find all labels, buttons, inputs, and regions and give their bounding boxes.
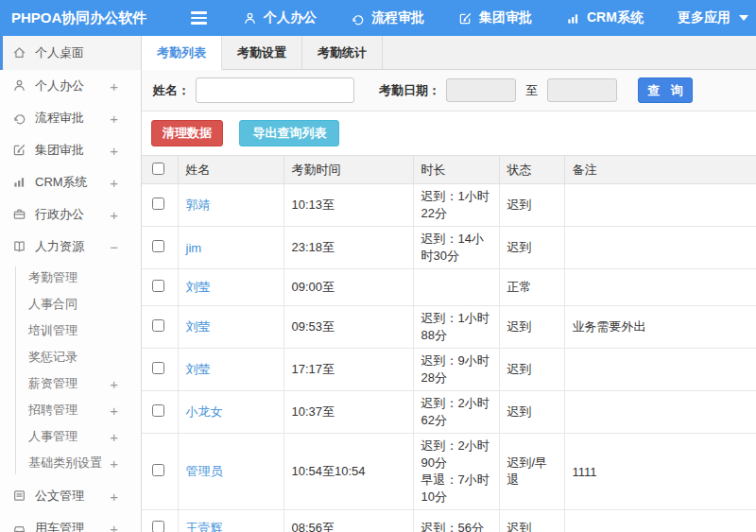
- sidebar-item-label: 个人桌面: [35, 44, 84, 61]
- person-icon: [243, 11, 257, 26]
- row-checkbox[interactable]: [152, 404, 164, 417]
- status-cell: 迟到: [499, 306, 564, 349]
- export-list-button[interactable]: 导出查询列表: [239, 120, 339, 146]
- note-cell: [564, 227, 756, 269]
- book-icon: [12, 239, 27, 254]
- sidebar-subitem-training-management[interactable]: 培训管理: [0, 317, 141, 344]
- sidebar-item-admin-office[interactable]: 行政办公+: [0, 198, 141, 231]
- status-cell: 迟到: [499, 227, 564, 269]
- expand-plus-icon[interactable]: +: [110, 112, 118, 126]
- table-header-row: 姓名考勤时间时长状态备注: [142, 156, 756, 184]
- employee-name-link[interactable]: 管理员: [186, 464, 223, 478]
- tab-attendance-list[interactable]: 考勤列表: [142, 36, 222, 70]
- sidebar-item-label: 集团审批: [35, 142, 84, 159]
- app-title: PHPOA协同办公软件: [0, 9, 151, 27]
- expand-plus-icon[interactable]: +: [110, 403, 118, 418]
- expand-plus-icon[interactable]: +: [110, 456, 118, 471]
- employee-name-link[interactable]: 小龙女: [186, 404, 223, 419]
- tab-attendance-settings[interactable]: 考勤设置: [222, 36, 302, 70]
- flow-icon: [12, 111, 27, 126]
- top-nav-label: 个人办公: [264, 9, 317, 26]
- sidebar-submenu-human-resources: 考勤管理人事合同培训管理奖惩记录薪资管理+招聘管理+人事管理+基础类别设置+: [0, 263, 141, 480]
- employee-name-link[interactable]: jim: [186, 241, 202, 255]
- edit-icon: [12, 143, 27, 158]
- expand-plus-icon[interactable]: +: [110, 176, 118, 190]
- hamburger-menu-icon[interactable]: [191, 11, 207, 25]
- row-checkbox[interactable]: [152, 197, 164, 210]
- sidebar-subitem-label: 人事管理: [28, 428, 77, 445]
- duration-cell: 迟到：14小时30分: [413, 227, 499, 269]
- attendance-time-cell: 10:37至: [284, 391, 413, 434]
- attendance-time-cell: 09:00至: [284, 269, 413, 306]
- sidebar-subitem-recruitment-management[interactable]: 招聘管理+: [0, 397, 141, 423]
- name-search-input[interactable]: [196, 77, 354, 103]
- status-cell: 迟到: [499, 184, 564, 227]
- collapse-minus-icon[interactable]: −: [110, 240, 118, 254]
- sidebar-item-document-management[interactable]: 公文管理+: [0, 480, 141, 512]
- duration-cell: 迟到：1小时88分: [413, 306, 499, 349]
- sidebar-subitem-personnel-management[interactable]: 人事管理+: [0, 423, 141, 450]
- employee-name-link[interactable]: 刘莹: [186, 362, 211, 376]
- employee-name-link[interactable]: 郭靖: [186, 197, 211, 212]
- sidebar-subitem-salary-management[interactable]: 薪资管理+: [0, 370, 141, 397]
- date-from-input[interactable]: [446, 78, 516, 102]
- sidebar-subitem-label: 奖惩记录: [28, 349, 77, 366]
- top-nav-more-apps[interactable]: 更多应用: [678, 9, 748, 26]
- row-checkbox[interactable]: [152, 521, 164, 532]
- note-cell: [564, 510, 756, 532]
- sidebar-item-personal-office[interactable]: 个人办公+: [0, 70, 141, 102]
- top-nav-group-approval[interactable]: 集团审批: [458, 9, 532, 26]
- select-all-checkbox[interactable]: [152, 163, 164, 175]
- expand-plus-icon[interactable]: +: [110, 522, 118, 532]
- caret-down-icon: [739, 15, 748, 21]
- expand-plus-icon[interactable]: +: [110, 144, 118, 158]
- note-cell: [564, 391, 756, 434]
- sidebar-subitem-label: 考勤管理: [28, 269, 77, 286]
- duration-cell: 迟到：56分: [413, 510, 499, 532]
- attendance-time-cell: 10:54至10:54: [284, 434, 413, 510]
- employee-name-link[interactable]: 王壹辉: [186, 521, 223, 532]
- row-checkbox[interactable]: [152, 240, 164, 252]
- sidebar-item-vehicle-management[interactable]: 用车管理+: [0, 512, 141, 532]
- sidebar-subitem-reward-punishment[interactable]: 奖惩记录: [0, 344, 141, 370]
- row-checkbox[interactable]: [152, 362, 164, 374]
- expand-plus-icon[interactable]: +: [110, 79, 118, 94]
- expand-plus-icon[interactable]: +: [110, 430, 118, 444]
- tab-attendance-statistics[interactable]: 考勤统计: [302, 36, 383, 70]
- sidebar-item-personal-desktop[interactable]: 个人桌面: [0, 36, 141, 70]
- bar-chart-icon: [566, 11, 580, 26]
- query-button[interactable]: 查 询: [638, 77, 693, 103]
- sidebar-item-workflow-approval[interactable]: 流程审批+: [0, 102, 141, 134]
- sidebar-subitem-attendance-management[interactable]: 考勤管理: [0, 265, 141, 291]
- row-checkbox[interactable]: [152, 464, 164, 476]
- sidebar-item-group-approval[interactable]: 集团审批+: [0, 134, 141, 166]
- sidebar-subitem-basic-category-settings[interactable]: 基础类别设置+: [0, 450, 141, 476]
- employee-name-link[interactable]: 刘莹: [186, 319, 211, 334]
- sidebar-item-crm-system[interactable]: CRM系统+: [0, 166, 141, 198]
- date-to-input[interactable]: [547, 78, 617, 102]
- top-nav-crm-system[interactable]: CRM系统: [566, 9, 644, 26]
- top-nav-personal-office[interactable]: 个人办公: [243, 9, 317, 26]
- employee-name-link[interactable]: 刘莹: [186, 280, 211, 294]
- duration-cell: 迟到：2小时62分: [413, 391, 499, 434]
- sidebar-item-label: 用车管理: [35, 520, 84, 532]
- table-row: 刘莹09:53至迟到：1小时88分迟到业务需要外出: [142, 306, 756, 349]
- app-window: PHPOA协同办公软件 个人办公流程审批集团审批CRM系统更多应用 个人桌面个人…: [0, 0, 756, 532]
- expand-plus-icon[interactable]: +: [110, 208, 118, 222]
- row-checkbox[interactable]: [152, 319, 164, 332]
- car-icon: [12, 521, 27, 532]
- sidebar-subitem-label: 薪资管理: [28, 375, 77, 392]
- sidebar-subitem-label: 培训管理: [28, 322, 77, 339]
- briefcase-icon: [12, 207, 27, 222]
- content-area: 考勤列表考勤设置考勤统计 姓名： 考勤日期： 至 查 询 清理数据 导出查询列表…: [142, 36, 756, 532]
- main-layout: 个人桌面个人办公+流程审批+集团审批+CRM系统+行政办公+人力资源−考勤管理人…: [0, 36, 756, 532]
- top-nav-workflow-approval[interactable]: 流程审批: [351, 9, 424, 26]
- sidebar-item-human-resources[interactable]: 人力资源−: [0, 231, 141, 263]
- clean-data-button[interactable]: 清理数据: [151, 120, 223, 146]
- sidebar-subitem-personnel-contract[interactable]: 人事合同: [0, 291, 141, 317]
- table-row: jim23:18至迟到：14小时30分迟到: [142, 227, 756, 269]
- expand-plus-icon[interactable]: +: [110, 377, 118, 391]
- row-checkbox[interactable]: [152, 280, 164, 292]
- sidebar-item-label: CRM系统: [35, 174, 88, 191]
- expand-plus-icon[interactable]: +: [110, 489, 118, 504]
